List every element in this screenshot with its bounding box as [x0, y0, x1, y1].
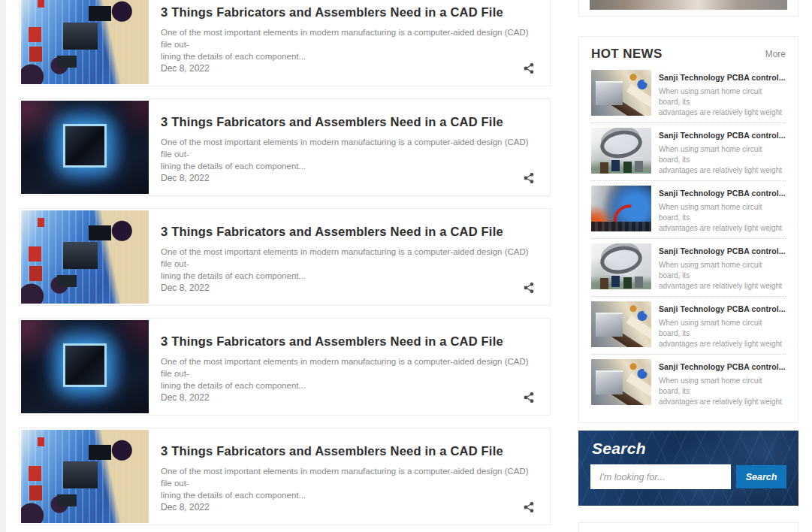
article-card[interactable]: 3 Things Fabricators and Assemblers Need…	[19, 98, 551, 196]
hot-news-thumbnail-image[interactable]	[591, 186, 651, 231]
article-card[interactable]: 3 Things Fabricators and Assemblers Need…	[19, 428, 551, 525]
article-body: 3 Things Fabricators and Assemblers Need…	[149, 320, 548, 413]
hot-news-item[interactable]: Sanji Technology PCBA control... When us…	[591, 243, 786, 292]
share-icon[interactable]	[523, 391, 535, 404]
dotted-divider	[591, 354, 786, 355]
article-title[interactable]: 3 Things Fabricators and Assemblers Need…	[161, 334, 539, 349]
hot-news-item-title[interactable]: Sanji Technology PCBA control...	[659, 362, 784, 371]
article-meta: Dec 8, 2022	[161, 391, 539, 408]
article-excerpt: One of the most important elements in mo…	[161, 465, 539, 501]
search-widget-title: Search	[592, 440, 786, 458]
hot-news-item[interactable]: Sanji Technology PCBA control... When us…	[591, 301, 786, 349]
share-icon[interactable]	[523, 172, 535, 184]
hot-news-widget: HOT NEWS More Sanji Technology PCBA cont…	[578, 36, 798, 423]
hot-news-item-body: Sanji Technology PCBA control... When us…	[659, 128, 786, 176]
article-thumbnail-image[interactable]	[21, 320, 149, 413]
hot-news-item[interactable]: Sanji Technology PCBA control... When us…	[591, 359, 786, 407]
article-meta: Dec 8, 2022	[161, 62, 539, 79]
article-card[interactable]: 3 Things Fabricators and Assemblers Need…	[19, 0, 551, 86]
hot-news-item-body: Sanji Technology PCBA control... When us…	[659, 186, 786, 234]
hot-news-item[interactable]: Sanji Technology PCBA control... When us…	[591, 186, 786, 234]
hot-news-item-description: When using smart home circuit board, its…	[659, 260, 784, 292]
article-thumbnail-image[interactable]	[21, 0, 149, 84]
hot-news-item-body: Sanji Technology PCBA control... When us…	[659, 359, 786, 407]
article-body: 3 Things Fabricators and Assemblers Need…	[149, 210, 548, 304]
article-thumbnail-image[interactable]	[21, 430, 149, 523]
dotted-divider	[591, 122, 786, 123]
hot-news-item-body: Sanji Technology PCBA control... When us…	[659, 243, 786, 292]
hot-news-title: HOT NEWS	[591, 47, 663, 62]
article-excerpt: One of the most important elements in mo…	[161, 136, 539, 172]
search-row: Search	[590, 464, 786, 489]
search-button[interactable]: Search	[736, 465, 786, 488]
hot-news-item-description: When using smart home circuit board, its…	[659, 202, 784, 234]
hot-news-item-description: When using smart home circuit board, its…	[659, 144, 784, 176]
article-list: 3 Things Fabricators and Assemblers Need…	[19, 0, 551, 532]
hot-news-item[interactable]: Sanji Technology PCBA control... When us…	[591, 70, 786, 118]
article-title[interactable]: 3 Things Fabricators and Assemblers Need…	[161, 115, 539, 129]
hot-news-item-title[interactable]: Sanji Technology PCBA control...	[659, 189, 784, 198]
article-meta: Dec 8, 2022	[161, 501, 539, 518]
hot-news-thumbnail-image[interactable]	[591, 301, 651, 347]
article-title[interactable]: 3 Things Fabricators and Assemblers Need…	[161, 5, 539, 20]
search-input[interactable]	[590, 464, 731, 489]
article-meta: Dec 8, 2022	[161, 282, 539, 298]
article-title[interactable]: 3 Things Fabricators and Assemblers Need…	[161, 444, 539, 458]
article-title[interactable]: 3 Things Fabricators and Assemblers Need…	[161, 225, 539, 239]
hot-news-thumbnail-image[interactable]	[591, 128, 651, 174]
article-card[interactable]: 3 Things Fabricators and Assemblers Need…	[19, 208, 551, 306]
dotted-divider	[591, 296, 786, 297]
hot-news-item-title[interactable]: Sanji Technology PCBA control...	[659, 246, 784, 255]
article-meta: Dec 8, 2022	[161, 172, 539, 189]
article-body: 3 Things Fabricators and Assemblers Need…	[149, 101, 548, 194]
article-thumbnail-image[interactable]	[21, 210, 149, 304]
hot-news-thumbnail-image[interactable]	[591, 359, 651, 405]
search-widget: Search Search	[578, 431, 798, 506]
hot-news-thumbnail-image[interactable]	[591, 243, 651, 289]
hot-news-item-description: When using smart home circuit board, its…	[659, 318, 784, 349]
hot-news-thumbnail-image[interactable]	[591, 70, 651, 116]
article-date: Dec 8, 2022	[161, 392, 210, 403]
dotted-divider	[591, 180, 786, 181]
hot-news-header: HOT NEWS More	[591, 47, 786, 62]
article-date: Dec 8, 2022	[161, 63, 210, 74]
share-icon[interactable]	[523, 501, 535, 513]
hot-news-more-link[interactable]: More	[765, 49, 786, 59]
hot-news-item-title[interactable]: Sanji Technology PCBA control...	[659, 304, 784, 313]
sidebar-top-widget-image	[590, 0, 787, 10]
article-card[interactable]: 3 Things Fabricators and Assemblers Need…	[19, 318, 551, 416]
article-date: Dec 8, 2022	[161, 173, 210, 183]
article-date: Dec 8, 2022	[161, 502, 210, 512]
sidebar-top-widget-cutoff	[578, 0, 798, 17]
dotted-divider	[591, 238, 786, 239]
sidebar-next-widget-cutoff	[578, 522, 798, 532]
hot-news-item-body: Sanji Technology PCBA control... When us…	[659, 301, 786, 349]
article-date: Dec 8, 2022	[161, 283, 210, 293]
hot-news-item-body: Sanji Technology PCBA control... When us…	[659, 70, 786, 118]
article-excerpt: One of the most important elements in mo…	[161, 246, 539, 282]
share-icon[interactable]	[523, 282, 535, 294]
hot-news-item-title[interactable]: Sanji Technology PCBA control...	[659, 73, 784, 82]
article-excerpt: One of the most important elements in mo…	[161, 355, 539, 391]
article-body: 3 Things Fabricators and Assemblers Need…	[149, 430, 548, 523]
article-body: 3 Things Fabricators and Assemblers Need…	[149, 0, 548, 84]
article-thumbnail-image[interactable]	[21, 101, 149, 194]
article-excerpt: One of the most important elements in mo…	[161, 26, 539, 62]
share-icon[interactable]	[523, 62, 535, 74]
hot-news-item-description: When using smart home circuit board, its…	[659, 376, 784, 407]
hot-news-item[interactable]: Sanji Technology PCBA control... When us…	[591, 128, 786, 176]
hot-news-item-description: When using smart home circuit board, its…	[659, 86, 784, 118]
page-left-margin	[0, 0, 6, 532]
hot-news-item-title[interactable]: Sanji Technology PCBA control...	[659, 131, 784, 140]
